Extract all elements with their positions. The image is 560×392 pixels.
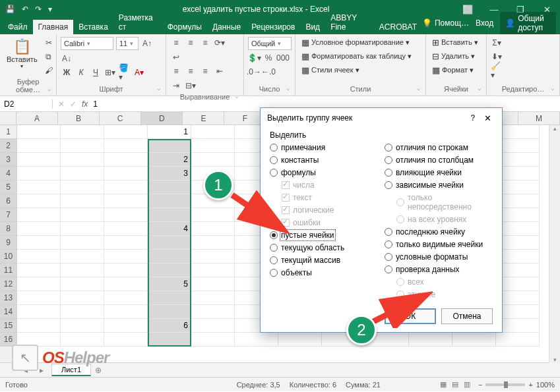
increase-font-icon[interactable]: A↑ — [141, 38, 153, 49]
radio-dependents[interactable]: зависимые ячейки — [385, 181, 493, 190]
tab-pagelayout[interactable]: Разметка ст — [113, 11, 162, 34]
cell[interactable] — [61, 167, 104, 181]
rowhdr-5[interactable]: 5 — [0, 181, 16, 194]
cell[interactable] — [235, 333, 278, 347]
cancel-button[interactable]: Отмена — [441, 308, 493, 324]
radio-formulas[interactable]: формулы — [270, 168, 378, 177]
cell[interactable] — [104, 222, 148, 236]
signin-button[interactable]: Вход — [476, 18, 493, 28]
cell[interactable] — [104, 250, 148, 264]
decrease-font-icon[interactable]: A↓ — [61, 53, 73, 65]
cell[interactable] — [61, 194, 104, 208]
rowhdr-11[interactable]: 11 — [0, 264, 16, 277]
rowhdr-2[interactable]: 2 — [0, 139, 16, 153]
cell[interactable] — [17, 181, 61, 194]
cell[interactable] — [191, 333, 235, 347]
radio-precedents[interactable]: влияющие ячейки — [385, 168, 493, 177]
cell[interactable] — [148, 194, 191, 208]
cell[interactable] — [452, 333, 496, 347]
dialog-close-icon[interactable]: ✕ — [480, 113, 495, 123]
radio-col-diff[interactable]: отличия по столбцам — [385, 155, 493, 165]
percent-icon[interactable]: % — [263, 52, 274, 64]
align-middle-icon[interactable]: ≡ — [185, 37, 197, 49]
cell[interactable] — [191, 222, 235, 236]
cell[interactable] — [148, 291, 191, 305]
cell[interactable] — [191, 319, 235, 333]
tab-abbyy[interactable]: ABBYY Fine — [325, 11, 374, 34]
align-bottom-icon[interactable]: ≡ — [199, 37, 211, 49]
radio-current-array[interactable]: текущий массив — [270, 256, 378, 265]
cell[interactable] — [17, 250, 61, 264]
cell[interactable] — [61, 264, 104, 277]
tab-data[interactable]: Данные — [207, 20, 246, 34]
cell[interactable] — [191, 208, 235, 222]
cell[interactable] — [148, 139, 191, 153]
underline-icon[interactable]: Ч — [90, 67, 102, 78]
orientation-icon[interactable]: ⟳▾ — [214, 37, 226, 49]
cut-icon[interactable]: ✂ — [43, 37, 55, 49]
cell[interactable] — [148, 250, 191, 264]
increase-decimal-icon[interactable]: .0→ — [248, 66, 260, 78]
redo-icon[interactable]: ↷ — [35, 5, 42, 14]
indent-dec-icon[interactable]: ⇤ — [214, 65, 226, 77]
name-box[interactable]: D2 — [0, 99, 53, 109]
cell[interactable] — [104, 167, 148, 181]
ok-button[interactable]: ОК — [385, 308, 436, 324]
cell[interactable] — [61, 222, 104, 236]
cell[interactable] — [61, 305, 104, 319]
tab-view[interactable]: Вид — [300, 20, 325, 34]
colhdr-d[interactable]: D — [141, 112, 183, 125]
format-as-table-button[interactable]: ▦Форматировать как таблицу ▾ — [299, 51, 414, 62]
cell[interactable] — [191, 264, 235, 277]
cell[interactable] — [104, 153, 148, 167]
dialog-help-icon[interactable]: ? — [466, 113, 480, 123]
view-normal-icon[interactable]: ▦ — [440, 380, 447, 389]
rowhdr-3[interactable]: 3 — [0, 153, 16, 167]
comma-icon[interactable]: 000 — [277, 52, 289, 64]
cell[interactable]: 5 — [148, 277, 191, 291]
cell[interactable] — [104, 236, 148, 250]
cell[interactable] — [191, 153, 235, 167]
cell[interactable] — [191, 291, 235, 305]
indent-inc-icon[interactable]: ⇥ — [170, 80, 182, 92]
rowhdr-12[interactable]: 12 — [0, 277, 16, 291]
cell[interactable] — [61, 277, 104, 291]
zoom-out-icon[interactable]: − — [478, 381, 482, 389]
cell[interactable] — [278, 333, 322, 347]
radio-blanks[interactable]: пустые ячейки — [270, 231, 378, 240]
save-icon[interactable]: 💾 — [5, 5, 15, 14]
cell[interactable] — [148, 264, 191, 277]
cell[interactable] — [104, 125, 148, 139]
cell[interactable] — [104, 264, 148, 277]
decrease-decimal-icon[interactable]: ←.0 — [263, 66, 274, 78]
cancel-formula-icon[interactable]: ✕ — [58, 99, 65, 109]
conditional-format-button[interactable]: ▦Условное форматирование ▾ — [299, 37, 412, 48]
radio-data-validation[interactable]: проверка данных — [385, 265, 493, 274]
tab-review[interactable]: Рецензиров — [246, 20, 300, 34]
insert-cells-button[interactable]: ⊞Вставить ▾ — [430, 37, 480, 48]
cell[interactable] — [104, 319, 148, 333]
align-top-icon[interactable]: ≡ — [170, 37, 182, 49]
cell[interactable]: 2 — [148, 153, 191, 167]
wrap-text-icon[interactable]: ↩ — [170, 51, 182, 63]
colhdr-e[interactable]: E — [183, 112, 224, 125]
cell[interactable] — [104, 139, 148, 153]
paste-button[interactable]: 📋 Вставить▾ — [4, 37, 40, 70]
cell[interactable]: 1 — [148, 125, 191, 139]
cell[interactable] — [191, 305, 235, 319]
bold-icon[interactable]: Ж — [61, 67, 73, 78]
zoom-in-icon[interactable]: + — [528, 381, 532, 389]
cell[interactable] — [61, 291, 104, 305]
currency-icon[interactable]: 💲▾ — [248, 52, 260, 64]
cell[interactable] — [61, 319, 104, 333]
zoom-level[interactable]: 100% — [536, 381, 555, 389]
ribbon-options-icon[interactable]: ⬜ — [454, 0, 481, 18]
view-pagelayout-icon[interactable]: ▤ — [452, 380, 458, 389]
cell[interactable] — [409, 333, 452, 347]
cell[interactable] — [61, 181, 104, 194]
autosum-icon[interactable]: Σ▾ — [491, 37, 503, 49]
cell[interactable] — [17, 277, 61, 291]
rowhdr-10[interactable]: 10 — [0, 250, 16, 264]
cell[interactable] — [17, 291, 61, 305]
vertical-scrollbar[interactable] — [549, 125, 560, 363]
